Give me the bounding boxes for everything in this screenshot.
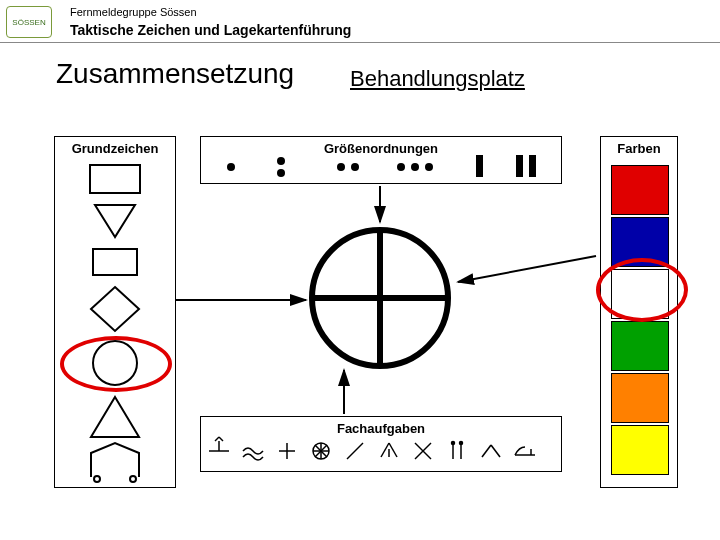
color-swatch-green (611, 321, 669, 371)
slide-page: SÖSSEN Fernmeldegruppe Sössen Taktische … (0, 0, 720, 540)
svg-point-46 (460, 442, 463, 445)
svg-line-29 (219, 437, 223, 441)
svg-line-37 (347, 443, 363, 459)
panel-farben-title: Farben (617, 141, 660, 156)
svg-point-45 (452, 442, 455, 445)
color-swatch-red (611, 165, 669, 215)
svg-line-39 (389, 443, 397, 457)
panel-fachaufgaben: Fachaufgaben (200, 416, 562, 472)
fachaufgaben-icons-icon (201, 417, 561, 471)
highlight-farbe-weiss (596, 258, 688, 322)
svg-line-38 (381, 443, 389, 457)
svg-line-25 (458, 256, 596, 282)
svg-line-28 (215, 437, 219, 441)
svg-line-48 (491, 445, 500, 457)
color-swatch-orange (611, 373, 669, 423)
svg-line-47 (482, 445, 491, 457)
color-swatch-yellow (611, 425, 669, 475)
